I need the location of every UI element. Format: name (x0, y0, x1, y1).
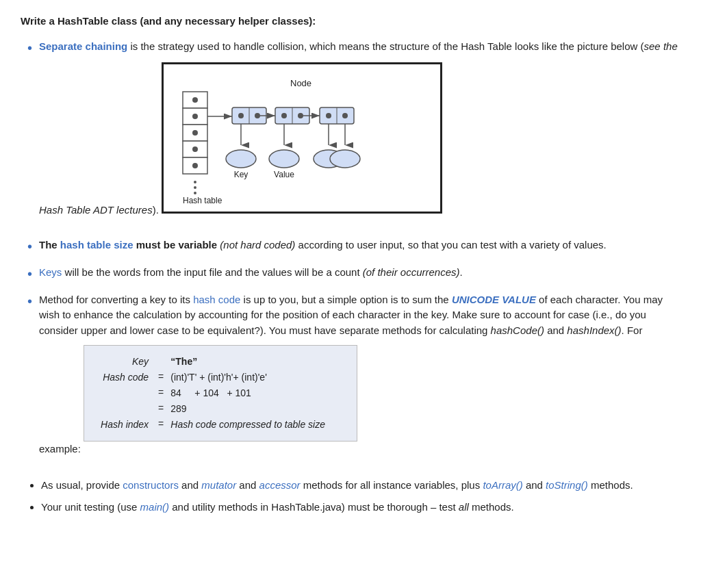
bb1-constructors: constructors (123, 479, 179, 491)
bb1-tostring: toString() (546, 479, 588, 491)
bullet2-content: The hash table size must be variable (no… (39, 238, 680, 253)
bb1-methods: methods for all instance variables, plus (301, 479, 483, 491)
svg-point-4 (192, 114, 198, 119)
bb2-mid: and utility methods in HashTable.java) m… (169, 501, 459, 513)
example-table: Key “The” Hash code = (int)'T' + (int)'h… (98, 354, 328, 433)
svg-point-35 (226, 150, 256, 168)
svg-point-31 (326, 113, 331, 118)
ex-eq-nums: = (154, 385, 168, 401)
bullet-icon-2: • (27, 236, 32, 257)
svg-point-20 (255, 113, 260, 118)
bb2-main: main() (140, 501, 170, 513)
bullet2-the: The (39, 239, 60, 251)
ex-eq-sum: = (154, 401, 168, 417)
example-row-hashcode: Hash code = (int)'T' + (int)'h'+ (int)'e… (98, 370, 328, 385)
list-item-4: • Method for converting a key to its has… (27, 292, 680, 457)
ex-val-sum: 289 (168, 401, 328, 417)
ex-eq-idx: = (154, 417, 168, 433)
bullet4-hashcodefn: hashCode() (491, 324, 544, 336)
svg-point-38 (330, 150, 360, 168)
bullet3-italic: (of their occurrences) (363, 266, 460, 278)
list-item-2: • The hash table size must be variable (… (27, 238, 680, 257)
ex-val-key: “The” (168, 354, 328, 370)
bullet1-close: ). (153, 204, 159, 216)
diagram-box: Node (162, 62, 442, 214)
svg-point-12 (194, 186, 196, 189)
bb1-accessor: accessor (259, 479, 301, 491)
bottom-list-item-1: As usual, provide constructors and mutat… (41, 478, 680, 494)
bullet4-and: and (544, 324, 567, 336)
bullet4-hashindexfn: hashIndex() (567, 324, 621, 336)
svg-point-11 (194, 181, 196, 183)
node-label: Node (290, 78, 311, 88)
bb1-end: methods. (588, 479, 633, 491)
bullet3-content: Keys will be the words from the input fi… (39, 265, 680, 281)
svg-point-13 (194, 192, 196, 194)
bb1-mutator: mutator (201, 479, 236, 491)
bullet4-unicode: UNICODE VALUE (452, 294, 536, 305)
bb1-toarray: toArray() (483, 479, 522, 491)
bullet2-rest: according to user input, so that you can… (295, 239, 606, 251)
bullet-icon-4: • (27, 291, 32, 311)
example-row-key: Key “The” (98, 354, 328, 370)
bullet1-content: Separate chaining is the strategy used t… (39, 39, 680, 229)
key-label: Key (234, 170, 248, 179)
svg-point-19 (238, 113, 244, 118)
list-item-3: • Keys will be the words from the input … (27, 265, 680, 284)
separate-chaining-text: Separate chaining (39, 40, 127, 52)
bullet4-hashcode: hash code (193, 294, 240, 305)
bb2-all: all (459, 501, 469, 513)
spacer1 (21, 465, 680, 475)
value-label: Value (274, 170, 294, 179)
example-row-nums: = 84 + 104 + 101 (98, 385, 328, 401)
bullet2-hashtablesize: hash table size (60, 239, 133, 251)
ex-label-nums (98, 385, 154, 401)
ex-eq-key (154, 354, 168, 370)
bb1-and3: and (523, 479, 546, 491)
ex-val-hc: (int)'T' + (int)'h'+ (int)'e' (168, 370, 328, 385)
bullet2-must: must be variable (133, 239, 220, 251)
svg-point-25 (281, 113, 287, 118)
ex-eq-hc: = (154, 370, 168, 385)
svg-point-26 (298, 113, 303, 118)
main-bullet-list: • Separate chaining is the strategy used… (21, 39, 680, 457)
example-row-index: Hash index = Hash code compressed to tab… (98, 417, 328, 433)
bullet4-mid1: is up to you, but a simple option is to … (240, 294, 452, 305)
bullet3-mid: will be the words from the input file an… (62, 266, 362, 278)
hashtable-label: Hash table (183, 196, 222, 205)
svg-point-8 (192, 146, 198, 152)
example-row-sum: = 289 (98, 401, 328, 417)
list-item-1: • Separate chaining is the strategy used… (27, 39, 680, 229)
bb1-and2: and (236, 479, 259, 491)
diagram-svg: Node (170, 71, 431, 205)
svg-point-32 (342, 113, 348, 118)
bullet-icon-1: • (27, 38, 32, 58)
bullet4-content: Method for converting a key to its hash … (39, 292, 680, 457)
bottom-bullet-list: As usual, provide constructors and mutat… (21, 478, 680, 515)
svg-point-36 (269, 150, 299, 168)
bullet4-text: Method for converting a key to its (39, 294, 193, 305)
ex-val-nums: 84 + 104 + 101 (168, 385, 328, 401)
ex-label-key: Key (98, 354, 154, 370)
bullet2-nothard: (not hard coded) (220, 239, 295, 251)
ex-the-bold: “The” (170, 356, 197, 367)
svg-point-1 (192, 97, 198, 103)
ex-val-idx: Hash code compressed to table size (168, 417, 328, 433)
page-heading: Write a HashTable class (and any necessa… (21, 14, 680, 29)
example-table-container: Key “The” Hash code = (int)'T' + (int)'h… (84, 345, 357, 442)
hash-table-diagram: Node (162, 62, 442, 218)
bb2-start: Your unit testing (use (41, 501, 140, 513)
ex-label-sum (98, 401, 154, 417)
bullet3-keys: Keys (39, 266, 62, 278)
bullet-icon-3: • (27, 264, 32, 284)
bullet1-text-mid: is the strategy used to handle collision… (130, 40, 643, 52)
bullet3-end: . (460, 266, 463, 278)
bb2-end: methods. (469, 501, 514, 513)
bb1-and1: and (179, 479, 201, 491)
svg-point-6 (192, 130, 198, 136)
bottom-list-item-2: Your unit testing (use main() and utilit… (41, 500, 680, 515)
svg-point-10 (192, 163, 198, 168)
ex-label-hc: Hash code (98, 370, 154, 385)
ex-label-idx: Hash index (98, 417, 154, 433)
bb1-asusual: As usual, provide (41, 479, 123, 491)
